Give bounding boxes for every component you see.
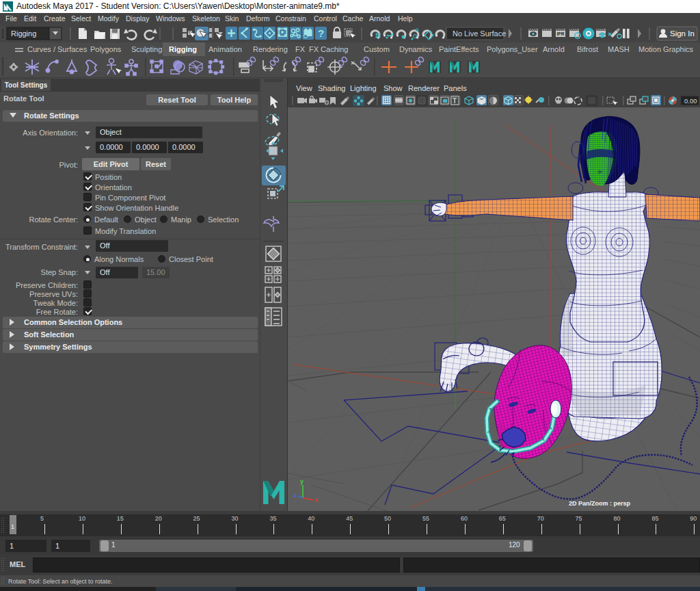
svg-text:Sign In: Sign In xyxy=(670,29,695,38)
svg-text:?: ? xyxy=(318,27,324,39)
svg-text:0.00: 0.00 xyxy=(684,97,697,105)
svg-text:T: T xyxy=(453,97,457,105)
svg-text:No Live Surface: No Live Surface xyxy=(453,29,506,38)
svg-text:2D Pan/Zoom : persp: 2D Pan/Zoom : persp xyxy=(569,500,631,507)
svg-text:x: x xyxy=(314,497,318,503)
svg-text:y: y xyxy=(300,478,304,485)
svg-text:z: z xyxy=(293,492,297,499)
svg-text:IPR: IPR xyxy=(557,31,565,36)
svg-text:Rigging: Rigging xyxy=(11,29,36,38)
